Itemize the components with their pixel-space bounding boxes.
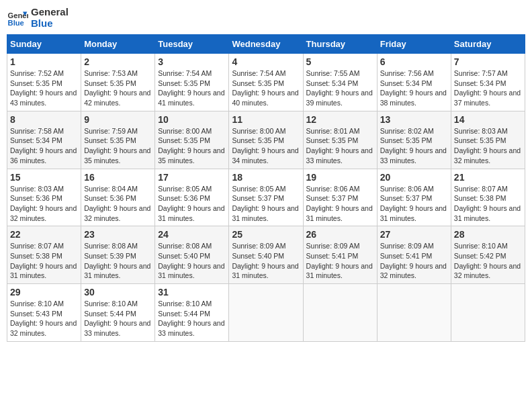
calendar-cell: 21 Sunrise: 8:07 AM Sunset: 5:38 PM Dayl… <box>451 169 525 226</box>
day-number: 30 <box>84 287 152 298</box>
calendar-cell: 30 Sunrise: 8:10 AM Sunset: 5:44 PM Dayl… <box>81 284 155 342</box>
calendar-cell <box>229 284 303 342</box>
day-info: Sunrise: 7:58 AM Sunset: 5:34 PM Dayligh… <box>10 126 78 166</box>
day-number: 27 <box>380 229 448 240</box>
logo-line1: General <box>31 7 69 18</box>
col-thursday: Thursday <box>303 35 377 54</box>
day-number: 5 <box>306 56 374 67</box>
day-info: Sunrise: 7:59 AM Sunset: 5:35 PM Dayligh… <box>84 126 152 166</box>
calendar-cell: 5 Sunrise: 7:55 AM Sunset: 5:34 PM Dayli… <box>303 54 377 111</box>
day-number: 22 <box>10 229 78 240</box>
calendar-cell: 23 Sunrise: 8:08 AM Sunset: 5:39 PM Dayl… <box>81 226 155 284</box>
day-info: Sunrise: 7:54 AM Sunset: 5:35 PM Dayligh… <box>158 68 226 108</box>
calendar-cell: 24 Sunrise: 8:08 AM Sunset: 5:40 PM Dayl… <box>155 226 229 284</box>
day-number: 26 <box>306 229 374 240</box>
day-info: Sunrise: 8:06 AM Sunset: 5:37 PM Dayligh… <box>380 184 448 224</box>
day-info: Sunrise: 7:55 AM Sunset: 5:34 PM Dayligh… <box>306 68 374 108</box>
day-info: Sunrise: 8:10 AM Sunset: 5:42 PM Dayligh… <box>454 241 522 281</box>
day-info: Sunrise: 8:09 AM Sunset: 5:41 PM Dayligh… <box>380 241 448 281</box>
day-info: Sunrise: 7:54 AM Sunset: 5:35 PM Dayligh… <box>232 68 300 108</box>
day-number: 25 <box>232 229 300 240</box>
day-info: Sunrise: 8:08 AM Sunset: 5:40 PM Dayligh… <box>158 241 226 281</box>
calendar-cell: 9 Sunrise: 7:59 AM Sunset: 5:35 PM Dayli… <box>81 111 155 169</box>
day-info: Sunrise: 8:05 AM Sunset: 5:36 PM Dayligh… <box>158 184 226 224</box>
day-number: 11 <box>232 114 300 125</box>
calendar-cell: 4 Sunrise: 7:54 AM Sunset: 5:35 PM Dayli… <box>229 54 303 111</box>
day-number: 3 <box>158 56 226 67</box>
calendar-cell: 31 Sunrise: 8:10 AM Sunset: 5:44 PM Dayl… <box>155 284 229 342</box>
day-info: Sunrise: 8:06 AM Sunset: 5:37 PM Dayligh… <box>306 184 374 224</box>
calendar-cell <box>303 284 377 342</box>
day-number: 15 <box>10 172 78 183</box>
calendar-cell: 19 Sunrise: 8:06 AM Sunset: 5:37 PM Dayl… <box>303 169 377 226</box>
day-number: 31 <box>158 287 226 298</box>
col-tuesday: Tuesday <box>155 35 229 54</box>
calendar-cell: 11 Sunrise: 8:00 AM Sunset: 5:35 PM Dayl… <box>229 111 303 169</box>
calendar-cell: 2 Sunrise: 7:53 AM Sunset: 5:35 PM Dayli… <box>81 54 155 111</box>
day-info: Sunrise: 8:00 AM Sunset: 5:35 PM Dayligh… <box>158 126 226 166</box>
logo-line2: Blue <box>31 18 69 30</box>
day-info: Sunrise: 8:05 AM Sunset: 5:37 PM Dayligh… <box>232 184 300 224</box>
calendar-cell: 6 Sunrise: 7:56 AM Sunset: 5:34 PM Dayli… <box>377 54 451 111</box>
calendar-cell: 15 Sunrise: 8:03 AM Sunset: 5:36 PM Dayl… <box>7 169 81 226</box>
day-number: 29 <box>10 287 78 298</box>
day-info: Sunrise: 7:56 AM Sunset: 5:34 PM Dayligh… <box>380 68 448 108</box>
day-info: Sunrise: 8:07 AM Sunset: 5:38 PM Dayligh… <box>10 241 78 281</box>
day-info: Sunrise: 8:04 AM Sunset: 5:36 PM Dayligh… <box>84 184 152 224</box>
day-number: 20 <box>380 172 448 183</box>
col-sunday: Sunday <box>7 35 81 54</box>
calendar-cell: 8 Sunrise: 7:58 AM Sunset: 5:34 PM Dayli… <box>7 111 81 169</box>
day-info: Sunrise: 8:00 AM Sunset: 5:35 PM Dayligh… <box>232 126 300 166</box>
day-number: 2 <box>84 56 152 67</box>
day-number: 13 <box>380 114 448 125</box>
calendar-table: Sunday Monday Tuesday Wednesday Thursday… <box>7 34 525 342</box>
calendar-cell: 16 Sunrise: 8:04 AM Sunset: 5:36 PM Dayl… <box>81 169 155 226</box>
calendar-cell: 14 Sunrise: 8:03 AM Sunset: 5:35 PM Dayl… <box>451 111 525 169</box>
calendar-cell: 18 Sunrise: 8:05 AM Sunset: 5:37 PM Dayl… <box>229 169 303 226</box>
calendar-week-row: 22 Sunrise: 8:07 AM Sunset: 5:38 PM Dayl… <box>7 226 525 284</box>
calendar-week-row: 1 Sunrise: 7:52 AM Sunset: 5:35 PM Dayli… <box>7 54 525 111</box>
calendar-cell: 25 Sunrise: 8:09 AM Sunset: 5:40 PM Dayl… <box>229 226 303 284</box>
calendar-cell: 13 Sunrise: 8:02 AM Sunset: 5:35 PM Dayl… <box>377 111 451 169</box>
col-saturday: Saturday <box>451 35 525 54</box>
day-number: 28 <box>454 229 522 240</box>
day-number: 12 <box>306 114 374 125</box>
day-number: 1 <box>10 56 78 67</box>
day-info: Sunrise: 7:57 AM Sunset: 5:34 PM Dayligh… <box>454 68 522 108</box>
day-number: 23 <box>84 229 152 240</box>
calendar-cell: 10 Sunrise: 8:00 AM Sunset: 5:35 PM Dayl… <box>155 111 229 169</box>
col-wednesday: Wednesday <box>229 35 303 54</box>
day-info: Sunrise: 8:01 AM Sunset: 5:35 PM Dayligh… <box>306 126 374 166</box>
calendar-cell: 29 Sunrise: 8:10 AM Sunset: 5:43 PM Dayl… <box>7 284 81 342</box>
day-info: Sunrise: 7:53 AM Sunset: 5:35 PM Dayligh… <box>84 68 152 108</box>
svg-text:Blue: Blue <box>8 19 24 27</box>
day-number: 9 <box>84 114 152 125</box>
day-info: Sunrise: 8:10 AM Sunset: 5:44 PM Dayligh… <box>158 299 226 338</box>
calendar-cell <box>377 284 451 342</box>
logo-icon: General Blue <box>7 7 28 29</box>
day-info: Sunrise: 8:10 AM Sunset: 5:44 PM Dayligh… <box>84 299 152 338</box>
day-info: Sunrise: 7:52 AM Sunset: 5:35 PM Dayligh… <box>10 68 78 108</box>
day-number: 14 <box>454 114 522 125</box>
day-number: 19 <box>306 172 374 183</box>
day-number: 18 <box>232 172 300 183</box>
col-friday: Friday <box>377 35 451 54</box>
day-number: 17 <box>158 172 226 183</box>
calendar-cell: 12 Sunrise: 8:01 AM Sunset: 5:35 PM Dayl… <box>303 111 377 169</box>
calendar-cell: 26 Sunrise: 8:09 AM Sunset: 5:41 PM Dayl… <box>303 226 377 284</box>
day-info: Sunrise: 8:03 AM Sunset: 5:35 PM Dayligh… <box>454 126 522 166</box>
day-info: Sunrise: 8:03 AM Sunset: 5:36 PM Dayligh… <box>10 184 78 224</box>
calendar-header-row: Sunday Monday Tuesday Wednesday Thursday… <box>7 35 525 54</box>
calendar-week-row: 15 Sunrise: 8:03 AM Sunset: 5:36 PM Dayl… <box>7 169 525 226</box>
calendar-cell: 27 Sunrise: 8:09 AM Sunset: 5:41 PM Dayl… <box>377 226 451 284</box>
day-number: 8 <box>10 114 78 125</box>
calendar-week-row: 29 Sunrise: 8:10 AM Sunset: 5:43 PM Dayl… <box>7 284 525 342</box>
calendar-cell: 7 Sunrise: 7:57 AM Sunset: 5:34 PM Dayli… <box>451 54 525 111</box>
day-number: 21 <box>454 172 522 183</box>
day-number: 6 <box>380 56 448 67</box>
day-info: Sunrise: 8:07 AM Sunset: 5:38 PM Dayligh… <box>454 184 522 224</box>
day-info: Sunrise: 8:09 AM Sunset: 5:41 PM Dayligh… <box>306 241 374 281</box>
day-number: 24 <box>158 229 226 240</box>
calendar-cell <box>451 284 525 342</box>
calendar-cell: 1 Sunrise: 7:52 AM Sunset: 5:35 PM Dayli… <box>7 54 81 111</box>
